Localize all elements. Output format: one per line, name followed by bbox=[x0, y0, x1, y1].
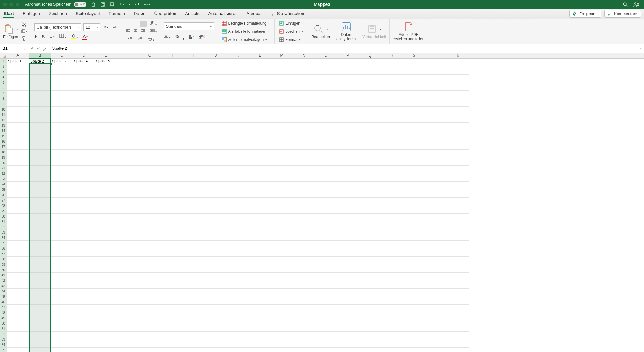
cell[interactable] bbox=[73, 75, 95, 80]
cell[interactable] bbox=[7, 214, 29, 219]
cell[interactable] bbox=[381, 144, 403, 150]
cell[interactable] bbox=[161, 160, 183, 166]
cell[interactable] bbox=[249, 139, 271, 144]
tab-daten[interactable]: Daten bbox=[133, 9, 146, 18]
cell[interactable] bbox=[271, 59, 293, 64]
cell[interactable] bbox=[249, 342, 271, 348]
cell[interactable] bbox=[73, 64, 95, 69]
cell[interactable] bbox=[249, 273, 271, 278]
cell[interactable] bbox=[183, 326, 205, 332]
cell[interactable] bbox=[425, 182, 447, 187]
cell[interactable] bbox=[381, 235, 403, 241]
cell[interactable] bbox=[293, 160, 315, 166]
cell[interactable] bbox=[29, 214, 51, 219]
cell[interactable] bbox=[425, 112, 447, 117]
cell[interactable] bbox=[315, 208, 337, 214]
cell[interactable] bbox=[425, 251, 447, 257]
cell[interactable] bbox=[315, 214, 337, 219]
cell[interactable] bbox=[117, 75, 139, 80]
cell[interactable] bbox=[139, 107, 161, 112]
cell[interactable] bbox=[447, 101, 469, 107]
cell[interactable] bbox=[227, 117, 249, 123]
cell[interactable] bbox=[161, 128, 183, 133]
column-header[interactable]: U bbox=[447, 53, 469, 58]
cell[interactable] bbox=[337, 289, 359, 294]
cell[interactable] bbox=[205, 59, 227, 64]
cell[interactable] bbox=[381, 187, 403, 192]
cell[interactable] bbox=[139, 332, 161, 337]
cell[interactable] bbox=[117, 133, 139, 139]
cell[interactable] bbox=[271, 85, 293, 91]
cell[interactable] bbox=[249, 117, 271, 123]
cell[interactable] bbox=[315, 85, 337, 91]
cell[interactable] bbox=[73, 80, 95, 85]
tab-seitenlayout[interactable]: Seitenlayout bbox=[75, 9, 101, 18]
autosave-toggle[interactable]: Automatisches Speichern AUS bbox=[25, 2, 86, 7]
cell[interactable] bbox=[293, 315, 315, 321]
cell[interactable] bbox=[249, 59, 271, 64]
cell[interactable] bbox=[29, 112, 51, 117]
cell[interactable] bbox=[227, 139, 249, 144]
cell[interactable] bbox=[271, 326, 293, 332]
cell[interactable] bbox=[315, 251, 337, 257]
cell[interactable] bbox=[447, 198, 469, 203]
cell[interactable] bbox=[161, 155, 183, 160]
cell[interactable] bbox=[73, 112, 95, 117]
column-header[interactable]: G bbox=[139, 53, 161, 58]
cell[interactable] bbox=[447, 310, 469, 315]
cell[interactable] bbox=[183, 278, 205, 283]
column-header[interactable]: I bbox=[183, 53, 205, 58]
cell[interactable] bbox=[139, 139, 161, 144]
cell[interactable] bbox=[249, 166, 271, 171]
cell[interactable] bbox=[403, 337, 425, 342]
cell[interactable] bbox=[381, 150, 403, 155]
cell[interactable] bbox=[381, 305, 403, 310]
number-format-combo[interactable]: Standard⌄ bbox=[164, 22, 214, 30]
row-header[interactable]: 14 bbox=[0, 128, 7, 133]
cell[interactable] bbox=[227, 64, 249, 69]
cell[interactable] bbox=[337, 176, 359, 182]
cell[interactable] bbox=[249, 332, 271, 337]
cell[interactable] bbox=[227, 192, 249, 198]
cell[interactable] bbox=[249, 64, 271, 69]
cell[interactable] bbox=[29, 192, 51, 198]
cell[interactable] bbox=[227, 251, 249, 257]
cell[interactable] bbox=[161, 214, 183, 219]
cell[interactable] bbox=[7, 155, 29, 160]
cell[interactable] bbox=[117, 176, 139, 182]
cell[interactable] bbox=[227, 235, 249, 241]
cell[interactable] bbox=[183, 139, 205, 144]
cell[interactable] bbox=[161, 278, 183, 283]
conditional-formatting-button[interactable]: Bedingte Formatierung bbox=[220, 20, 271, 26]
cell[interactable] bbox=[183, 96, 205, 101]
cell[interactable] bbox=[139, 262, 161, 267]
cell[interactable] bbox=[227, 133, 249, 139]
cell[interactable] bbox=[337, 273, 359, 278]
cell[interactable] bbox=[95, 198, 117, 203]
cell[interactable] bbox=[337, 224, 359, 230]
cell[interactable] bbox=[205, 203, 227, 208]
cell[interactable] bbox=[227, 278, 249, 283]
cell[interactable] bbox=[249, 246, 271, 251]
cell[interactable] bbox=[359, 332, 381, 337]
column-header[interactable]: C bbox=[51, 53, 73, 58]
cell[interactable] bbox=[29, 310, 51, 315]
cell[interactable] bbox=[227, 310, 249, 315]
column-headers[interactable]: ABCDEFGHIJKLMNOPQRSTU bbox=[7, 53, 644, 59]
cell[interactable] bbox=[315, 123, 337, 128]
cell[interactable] bbox=[425, 155, 447, 160]
cell[interactable] bbox=[425, 101, 447, 107]
cell[interactable] bbox=[425, 257, 447, 262]
cell[interactable] bbox=[293, 289, 315, 294]
cell[interactable] bbox=[271, 101, 293, 107]
cell[interactable] bbox=[95, 107, 117, 112]
cell[interactable] bbox=[161, 305, 183, 310]
cell[interactable] bbox=[139, 326, 161, 332]
cell[interactable] bbox=[73, 278, 95, 283]
cell[interactable] bbox=[359, 171, 381, 176]
cell[interactable] bbox=[249, 144, 271, 150]
cell[interactable] bbox=[161, 257, 183, 262]
cell[interactable] bbox=[315, 112, 337, 117]
row-header[interactable]: 30 bbox=[0, 214, 7, 219]
cells-area[interactable]: Spalte 1Spalte 2Spalte 3Spalte 4Spalte 5 bbox=[7, 59, 644, 352]
